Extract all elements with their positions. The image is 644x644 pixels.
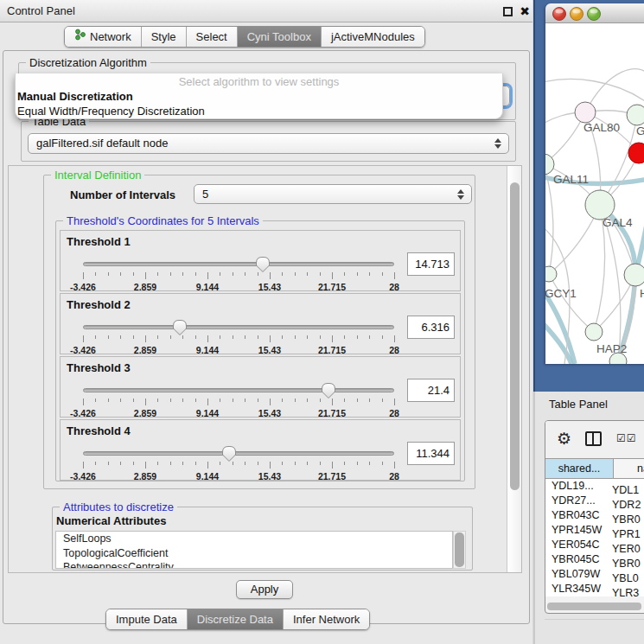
cell-shared-name[interactable]: YBR045C: [545, 552, 611, 567]
attribute-item-betweennesscentrality[interactable]: BetweennessCentrality: [56, 560, 452, 569]
algorithm-dropdown-popup: Select algorithm to view settings Manual…: [15, 73, 503, 119]
select-checkboxes-icon[interactable]: ☑☑: [616, 432, 637, 444]
panel-vertical-scrollbar[interactable]: [507, 166, 521, 572]
control-panel-window: Control Panel ✖ NetworkStyleSelectCyni T…: [0, 0, 532, 644]
table-row-ydr27[interactable]: YDR27...YDR2: [545, 494, 644, 508]
network-node-h[interactable]: [624, 264, 644, 286]
threshold-value-field[interactable]: 14.713: [407, 252, 455, 276]
table-row-yer054c[interactable]: YER054CYER0: [545, 538, 644, 552]
attribute-item-topologicalcoefficient[interactable]: TopologicalCoefficient: [56, 546, 452, 561]
table-data-combobox[interactable]: galFiltered.sif default node: [28, 133, 509, 154]
network-node-red[interactable]: [628, 143, 644, 163]
table-row-ylr345w[interactable]: YLR345WYLR3: [545, 582, 644, 596]
threshold-value-field[interactable]: 11.344: [407, 442, 455, 465]
slider-thumb[interactable]: [255, 256, 271, 273]
control-panel-body: Discretization Algorithm Select algorith…: [3, 50, 530, 624]
network-node-ga[interactable]: [627, 105, 644, 125]
slider-thumb[interactable]: [172, 319, 188, 336]
scrollbar-thumb[interactable]: [455, 532, 464, 567]
threshold-value-field[interactable]: 21.4: [407, 379, 455, 402]
threshold-label: Threshold 3: [67, 361, 131, 374]
node-label-h: H: [640, 287, 644, 300]
slider-thumb[interactable]: [321, 382, 336, 399]
table-toolbar: ⚙ ☑☑: [545, 421, 644, 458]
network-canvas[interactable]: GAL80GAGAL11GAL4GCY1HHAP2: [545, 23, 644, 364]
network-node-hap2[interactable]: [585, 323, 603, 341]
bottom-tab-infer-network[interactable]: Infer Network: [283, 609, 369, 629]
scrollbar-thumb[interactable]: [547, 603, 641, 610]
tab-label: Select: [196, 27, 227, 47]
bottom-tab-bar: Impute DataDiscretize DataInfer Network: [105, 609, 370, 630]
control-panel-title: Control Panel: [7, 0, 75, 22]
cell-shared-name[interactable]: YPR145W: [545, 523, 611, 538]
node-label-gal11: GAL11: [553, 173, 589, 186]
tab-jactivemnodules[interactable]: jActiveMNodules: [321, 27, 424, 47]
control-panel-titlebar: Control Panel ✖: [0, 0, 532, 22]
network-node-gal4[interactable]: [585, 190, 615, 220]
column-header-shared-name[interactable]: shared...: [545, 459, 614, 478]
table-data-group: Table Data galFiltered.sif default node: [21, 121, 516, 162]
tab-label: Infer Network: [293, 609, 360, 629]
tab-label: Network: [90, 27, 131, 47]
threshold-label: Threshold 1: [67, 235, 131, 248]
traffic-lights: [545, 3, 611, 23]
slider-track[interactable]: [83, 388, 394, 392]
scrollbar-thumb[interactable]: [510, 182, 520, 490]
slider-track[interactable]: [83, 262, 394, 266]
tab-label: Style: [151, 27, 176, 47]
tab-cyni-toolbox[interactable]: Cyni Toolbox: [237, 27, 321, 47]
table-row-ypr145w[interactable]: YPR145WYPR1: [545, 523, 644, 538]
algorithm-placeholder-option[interactable]: Select algorithm to view settings: [16, 75, 502, 89]
column-header-name[interactable]: na: [615, 459, 644, 478]
algorithm-option-equal-width-frequency-discretization[interactable]: Equal Width/Frequency Discretization: [16, 104, 502, 118]
cell-name[interactable]: YLR3: [611, 586, 639, 596]
table-horizontal-scrollbar[interactable]: [547, 603, 641, 611]
panel-divider: [545, 619, 644, 626]
node-label-gal80: GAL80: [583, 121, 620, 134]
cell-shared-name[interactable]: YDL19...: [545, 479, 611, 494]
network-node-gcy1[interactable]: [545, 266, 557, 282]
settings-gear-icon[interactable]: ⚙: [557, 429, 571, 449]
apply-button[interactable]: Apply: [236, 580, 293, 599]
number-of-intervals-value: 5: [202, 185, 471, 204]
slider-track[interactable]: [83, 451, 394, 456]
table-row-ybr043c[interactable]: YBR043CYBR0: [545, 508, 644, 523]
column-layout-icon[interactable]: [585, 431, 602, 446]
slider-track[interactable]: [83, 325, 394, 329]
threshold-row-4: Threshold 4-3.4262.8599.14415.4321.71528…: [60, 419, 461, 481]
tab-select[interactable]: Select: [186, 27, 237, 47]
cell-shared-name[interactable]: YBR043C: [545, 508, 611, 523]
close-icon[interactable]: ✖: [518, 0, 532, 22]
network-node-gal80[interactable]: [575, 102, 596, 123]
cell-shared-name[interactable]: YLR345W: [545, 582, 611, 596]
thresholds-group-title: Threshold's Coordinates for 5 Intervals: [63, 214, 263, 227]
tab-label: Cyni Toolbox: [247, 27, 311, 47]
slider-thumb[interactable]: [221, 445, 237, 462]
slider-tick-labels: -3.4262.8599.14415.4321.71528: [83, 345, 394, 355]
table-panel: Table Panel ⚙ ☑☑ shared... na YDL19...YD…: [533, 392, 644, 644]
table-panel-title: Table Panel: [549, 393, 608, 416]
cell-shared-name[interactable]: YDR27...: [545, 494, 611, 508]
cell-shared-name[interactable]: YER054C: [545, 538, 611, 552]
table-row-ybr045c[interactable]: YBR045CYBR0: [545, 552, 644, 567]
table-row-ydl19[interactable]: YDL19...YDL1: [545, 479, 644, 494]
discretization-algorithm-group-title: Discretization Algorithm: [26, 56, 150, 69]
combo-stepper-icon: [457, 189, 464, 200]
attributes-group-title: Attributes to discretize: [60, 501, 177, 513]
tab-network[interactable]: Network: [65, 27, 141, 47]
network-edge: [545, 80, 644, 103]
attributes-list-scrollbar[interactable]: [453, 531, 466, 569]
cell-shared-name[interactable]: YBL079W: [545, 567, 611, 582]
bottom-tab-discretize-data[interactable]: Discretize Data: [187, 609, 283, 629]
algorithm-option-manual-discretization[interactable]: Manual Discretization: [16, 89, 502, 104]
tab-style[interactable]: Style: [141, 27, 186, 47]
attribute-item-selfloops[interactable]: SelfLoops: [56, 532, 452, 546]
threshold-value-field[interactable]: 6.316: [407, 316, 455, 339]
control-panel-tab-bar: NetworkStyleSelectCyni ToolboxjActiveMNo…: [64, 26, 425, 48]
bottom-tab-impute-data[interactable]: Impute Data: [106, 609, 187, 629]
slider-tick-labels: -3.4262.8599.14415.4321.71528: [83, 282, 394, 292]
float-window-icon[interactable]: [503, 7, 513, 16]
table-row-ybl079w[interactable]: YBL079WYBL0: [545, 567, 644, 582]
numerical-attributes-list[interactable]: SelfLoopsTopologicalCoefficientBetweenne…: [55, 531, 453, 569]
number-of-intervals-combobox[interactable]: 5: [194, 184, 472, 204]
